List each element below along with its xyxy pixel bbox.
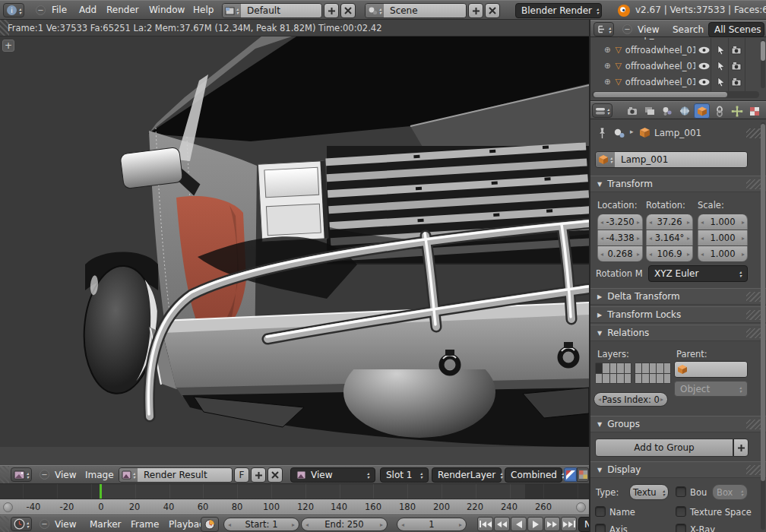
location-z-field[interactable]: ◂0.268▸ xyxy=(597,246,643,261)
layer-cell[interactable] xyxy=(664,363,670,373)
next-keyframe-button[interactable] xyxy=(544,517,560,531)
render-engine-select[interactable]: Blender Render ▴▾ xyxy=(515,3,602,18)
layers-grid-right[interactable] xyxy=(635,363,671,384)
expand-icon[interactable]: ⊕ xyxy=(604,78,610,86)
bounds-checkbox[interactable] xyxy=(676,486,686,497)
scroll-knob-left[interactable] xyxy=(3,502,13,512)
add-layout-button[interactable] xyxy=(324,3,339,18)
layer-cell[interactable] xyxy=(610,374,616,384)
menu-frame[interactable]: Frame xyxy=(131,515,159,532)
object-name-field[interactable]: ▴▾ Lamp_001 xyxy=(595,151,748,168)
rotation-mode-select[interactable]: XYZ Euler ▴▾ xyxy=(648,265,748,282)
render-layer-select[interactable]: RenderLayer▴▾ xyxy=(432,467,502,483)
jump-to-start-button[interactable] xyxy=(477,517,493,531)
outliner-item-label[interactable]: offroadwheel_01a_1 xyxy=(625,61,695,71)
scroll-knob-right[interactable] xyxy=(576,502,586,512)
render-pass-select[interactable]: Combined▴▾ xyxy=(505,467,562,483)
name-checkbox[interactable] xyxy=(595,506,606,517)
new-group-button[interactable] xyxy=(733,439,749,457)
parent-object-field[interactable] xyxy=(674,361,748,378)
layer-cell[interactable] xyxy=(625,363,631,373)
tab-world[interactable] xyxy=(676,103,692,119)
bounds-type-select[interactable]: Box ▴▾ xyxy=(712,484,748,500)
collapse-menus-icon[interactable]: − xyxy=(40,470,49,480)
region-split-plus-button[interactable]: + xyxy=(2,40,14,52)
visibility-eye-icon[interactable] xyxy=(698,46,710,54)
rotation-y-field[interactable]: ◂3.164°▸ xyxy=(646,230,693,245)
selectability-cursor-icon[interactable] xyxy=(716,61,726,71)
menu-add[interactable]: Add xyxy=(79,1,97,19)
timeline-track[interactable] xyxy=(0,484,589,499)
image-datablock-selector[interactable]: ▴▾ Render Result xyxy=(119,467,233,483)
tab-texture[interactable] xyxy=(746,103,762,119)
collapse-menus-icon[interactable]: − xyxy=(622,24,632,34)
selectability-cursor-icon[interactable] xyxy=(716,45,726,55)
add-scene-button[interactable] xyxy=(468,3,483,18)
outliner-item-label[interactable]: offroadwheel_01a_1 xyxy=(625,77,695,87)
tab-scene[interactable] xyxy=(659,103,675,119)
outliner-filter-select[interactable]: All Scenes xyxy=(708,22,764,37)
frame-end-field[interactable]: ◂End: 250▸ xyxy=(301,518,388,531)
parent-type-select[interactable]: Object ▴▾ xyxy=(674,381,748,397)
panel-header-display[interactable]: ▼ Display xyxy=(590,461,766,478)
delete-layout-button[interactable] xyxy=(340,3,356,18)
panel-header-groups[interactable]: ▼ Groups xyxy=(590,416,766,432)
renderability-camera-icon[interactable] xyxy=(731,78,742,87)
layer-cell[interactable] xyxy=(596,374,602,384)
renderability-camera-icon[interactable] xyxy=(731,46,742,55)
fake-user-button[interactable]: F xyxy=(234,467,249,483)
timeline-scrubber[interactable]: -40 -20 0 20 40 60 80 100 120 140 160 18… xyxy=(0,499,589,515)
play-reverse-button[interactable] xyxy=(511,517,527,531)
menu-search[interactable]: Search xyxy=(673,21,704,39)
collapse-menus-icon[interactable]: − xyxy=(40,519,49,529)
view-mode-select[interactable]: View ▴▾ xyxy=(290,467,375,483)
editor-type-selector[interactable]: ▴▾ xyxy=(593,22,614,36)
editor-type-selector[interactable]: ▴▾ xyxy=(592,103,612,118)
menu-window[interactable]: Window xyxy=(149,1,185,19)
new-image-button[interactable] xyxy=(251,467,266,483)
prev-keyframe-button[interactable] xyxy=(494,517,510,531)
layer-cell[interactable] xyxy=(664,374,670,384)
horizontal-scrollbar[interactable] xyxy=(592,91,759,98)
panel-header-delta-transform[interactable]: ▶ Delta Transform xyxy=(590,288,766,305)
add-to-group-button[interactable]: Add to Group xyxy=(595,439,733,457)
scene-dot-icon[interactable] xyxy=(613,128,625,139)
layer-cell-active[interactable] xyxy=(596,363,602,373)
layers-grid-left[interactable] xyxy=(595,363,631,384)
vertical-scrollbar[interactable] xyxy=(761,122,765,530)
region-corner-grip[interactable] xyxy=(0,516,9,532)
region-corner-grip[interactable] xyxy=(0,466,9,483)
tab-object[interactable] xyxy=(694,103,710,119)
menu-render[interactable]: Render xyxy=(106,1,139,19)
current-frame-field[interactable]: ◂1▸ xyxy=(397,518,467,531)
axis-checkbox[interactable] xyxy=(595,524,606,532)
menu-view[interactable]: View xyxy=(55,466,76,484)
vertical-scrollbar[interactable] xyxy=(761,40,765,88)
outliner-row[interactable]: ⊕ ▽ offroadwheel_01a_1 xyxy=(590,58,766,74)
image-editor-viewport[interactable]: + xyxy=(0,36,589,465)
layer-cell[interactable] xyxy=(603,374,609,384)
layer-cell[interactable] xyxy=(642,374,648,384)
pin-icon[interactable] xyxy=(597,127,607,139)
visibility-eye-icon[interactable] xyxy=(698,62,710,70)
outliner-row[interactable]: ⊕ ▽ offroadwheel_01a_1 xyxy=(590,74,766,90)
menu-help[interactable]: Help xyxy=(193,1,214,19)
delete-scene-button[interactable] xyxy=(485,3,500,18)
scale-z-field[interactable]: ◂1.000▸ xyxy=(698,246,748,261)
pass-index-field[interactable]: ◂Pass Index: 0▸ xyxy=(593,392,668,407)
unlink-image-button[interactable] xyxy=(267,467,283,483)
rotation-x-field[interactable]: ◂37.26▸ xyxy=(646,214,693,230)
layer-cell[interactable] xyxy=(635,363,641,373)
time-toggle-button[interactable] xyxy=(201,517,219,532)
editor-type-selector[interactable]: i ▴▾ xyxy=(3,3,24,17)
menu-view[interactable]: View xyxy=(638,21,659,39)
renderability-camera-icon[interactable] xyxy=(731,62,742,71)
scrollbar-thumb[interactable] xyxy=(761,124,765,481)
tab-render-layers[interactable] xyxy=(641,103,657,119)
current-frame-playhead[interactable] xyxy=(100,484,102,499)
layer-cell[interactable] xyxy=(603,363,609,373)
slot-select[interactable]: Slot 1▴▾ xyxy=(380,467,429,483)
collapse-menus-icon[interactable]: − xyxy=(36,5,46,15)
scale-y-field[interactable]: ◂1.000▸ xyxy=(698,230,748,245)
layer-cell[interactable] xyxy=(650,374,656,384)
